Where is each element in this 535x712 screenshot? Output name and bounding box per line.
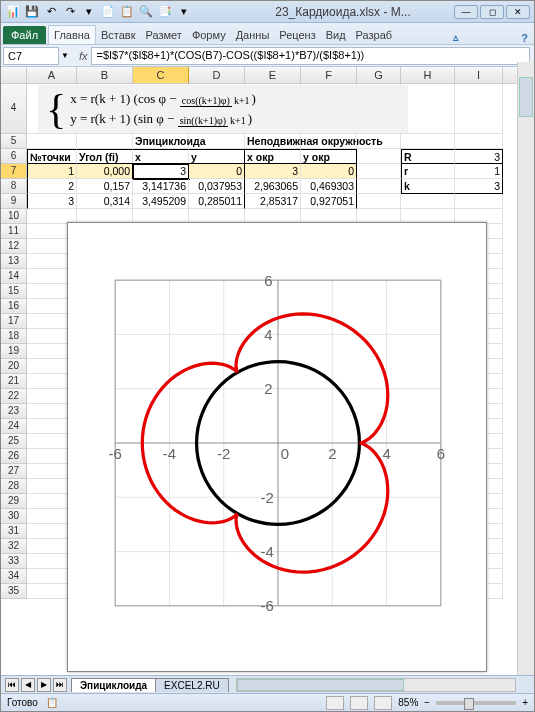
tab-data[interactable]: Данны <box>231 26 275 44</box>
qat-icon-2[interactable]: 📋 <box>119 4 135 20</box>
row-header-24[interactable]: 24 <box>1 419 27 434</box>
cell-E7[interactable]: 3 <box>245 164 301 179</box>
qat-dropdown-icon[interactable]: ▾ <box>81 4 97 20</box>
col-header-I[interactable]: I <box>455 67 503 83</box>
sheet-nav-next[interactable]: ▶ <box>37 678 51 692</box>
row-header-18[interactable]: 18 <box>1 329 27 344</box>
zoom-slider[interactable] <box>436 701 516 705</box>
row-header-29[interactable]: 29 <box>1 494 27 509</box>
minimize-button[interactable]: — <box>454 5 478 19</box>
col-header-E[interactable]: E <box>245 67 301 83</box>
close-button[interactable]: ✕ <box>506 5 530 19</box>
cell-H4[interactable] <box>401 84 455 134</box>
maximize-button[interactable]: ◻ <box>480 5 504 19</box>
col-header-A[interactable]: A <box>27 67 77 83</box>
col-header-D[interactable]: D <box>189 67 245 83</box>
row-header-20[interactable]: 20 <box>1 359 27 374</box>
cell-C8[interactable]: 3,141736 <box>133 179 189 194</box>
cell-I7[interactable]: 1 <box>455 164 503 179</box>
row-header-6[interactable]: 6 <box>1 149 27 164</box>
sheet-tab-excel2ru[interactable]: EXCEL2.RU <box>155 678 229 692</box>
zoom-in-button[interactable]: + <box>522 697 528 708</box>
cell-H6[interactable]: R <box>401 149 455 164</box>
col-header-H[interactable]: H <box>401 67 455 83</box>
hscroll-thumb[interactable] <box>237 679 404 691</box>
cell-E5[interactable]: Неподвижная окружность <box>245 134 301 149</box>
save-icon[interactable]: 💾 <box>24 4 40 20</box>
equation-image[interactable]: { x = r(k + 1) (cos φ − cos((k+1)φ)k+1) … <box>38 85 408 133</box>
name-box[interactable] <box>3 47 59 65</box>
sheet-tab-epicycloid[interactable]: Эпициклоида <box>71 678 156 692</box>
row-header-8[interactable]: 8 <box>1 179 27 194</box>
row-header-28[interactable]: 28 <box>1 479 27 494</box>
sheet-nav-prev[interactable]: ◀ <box>21 678 35 692</box>
cell-D6[interactable]: y <box>189 149 245 164</box>
cell-F9[interactable]: 0,927051 <box>301 194 357 209</box>
row-header-5[interactable]: 5 <box>1 134 27 149</box>
row-header-25[interactable]: 25 <box>1 434 27 449</box>
row-header-16[interactable]: 16 <box>1 299 27 314</box>
cell-B6[interactable]: Угол (fi) <box>77 149 133 164</box>
cell-I9[interactable] <box>455 194 503 209</box>
row-header-19[interactable]: 19 <box>1 344 27 359</box>
excel-icon[interactable]: 📊 <box>5 4 21 20</box>
cell-I4[interactable] <box>455 84 503 134</box>
select-all-corner[interactable] <box>1 67 27 83</box>
cell-F5[interactable] <box>301 134 357 149</box>
cell-D9[interactable]: 0,285011 <box>189 194 245 209</box>
tab-view[interactable]: Вид <box>321 26 351 44</box>
cell-C6[interactable]: x <box>133 149 189 164</box>
tab-review[interactable]: Реценз <box>274 26 320 44</box>
cell-B5[interactable] <box>77 134 133 149</box>
cell-C7-active[interactable]: 3 <box>133 164 189 179</box>
cell-F6[interactable]: y окр <box>301 149 357 164</box>
row-header-4[interactable]: 4 <box>1 84 27 134</box>
row-header-26[interactable]: 26 <box>1 449 27 464</box>
row-header-21[interactable]: 21 <box>1 374 27 389</box>
row-header-30[interactable]: 30 <box>1 509 27 524</box>
cell-H7[interactable]: r <box>401 164 455 179</box>
row-header-35[interactable]: 35 <box>1 584 27 599</box>
row-header-13[interactable]: 13 <box>1 254 27 269</box>
tab-home[interactable]: Главна <box>48 25 96 44</box>
horizontal-scrollbar[interactable] <box>236 678 516 692</box>
row-header-34[interactable]: 34 <box>1 569 27 584</box>
row-header-15[interactable]: 15 <box>1 284 27 299</box>
cell-H5[interactable] <box>401 134 455 149</box>
qat-icon-3[interactable]: 🔍 <box>138 4 154 20</box>
cell-B7[interactable]: 0,000 <box>77 164 133 179</box>
zoom-out-button[interactable]: − <box>424 697 430 708</box>
cell-I6[interactable]: 3 <box>455 149 503 164</box>
tab-file[interactable]: Файл <box>3 26 46 44</box>
cell-F8[interactable]: 0,469303 <box>301 179 357 194</box>
row-header-23[interactable]: 23 <box>1 404 27 419</box>
cell-E6[interactable]: x окр <box>245 149 301 164</box>
help-icon[interactable]: ? <box>521 32 528 44</box>
cell-E8[interactable]: 2,963065 <box>245 179 301 194</box>
row-header-33[interactable]: 33 <box>1 554 27 569</box>
tab-layout[interactable]: Размет <box>141 26 187 44</box>
cell-I8[interactable]: 3 <box>455 179 503 194</box>
cell-C9[interactable]: 3,495209 <box>133 194 189 209</box>
cell-B9[interactable]: 0,314 <box>77 194 133 209</box>
formula-bar[interactable]: =$I$7*($I$8+1)*(COS(B7)-COS(($I$8+1)*B7)… <box>91 47 530 65</box>
view-normal-button[interactable] <box>326 696 344 710</box>
col-header-C[interactable]: C <box>133 67 189 83</box>
cell-G5[interactable] <box>357 134 401 149</box>
cell-A8[interactable]: 2 <box>27 179 77 194</box>
row-header-9[interactable]: 9 <box>1 194 27 209</box>
view-pagebreak-button[interactable] <box>374 696 392 710</box>
undo-icon[interactable]: ↶ <box>43 4 59 20</box>
cell-D5[interactable] <box>189 134 245 149</box>
cell-G7[interactable] <box>357 164 401 179</box>
row-header-7[interactable]: 7 <box>1 164 27 179</box>
row-header-17[interactable]: 17 <box>1 314 27 329</box>
row-header-11[interactable]: 11 <box>1 224 27 239</box>
cell-F7[interactable]: 0 <box>301 164 357 179</box>
cell-G9[interactable] <box>357 194 401 209</box>
sheet-nav-last[interactable]: ⏭ <box>53 678 67 692</box>
tab-dev[interactable]: Разраб <box>351 26 398 44</box>
ribbon-minimize-icon[interactable]: ▵ <box>453 31 459 44</box>
cell-I5[interactable] <box>455 134 503 149</box>
row-header-31[interactable]: 31 <box>1 524 27 539</box>
